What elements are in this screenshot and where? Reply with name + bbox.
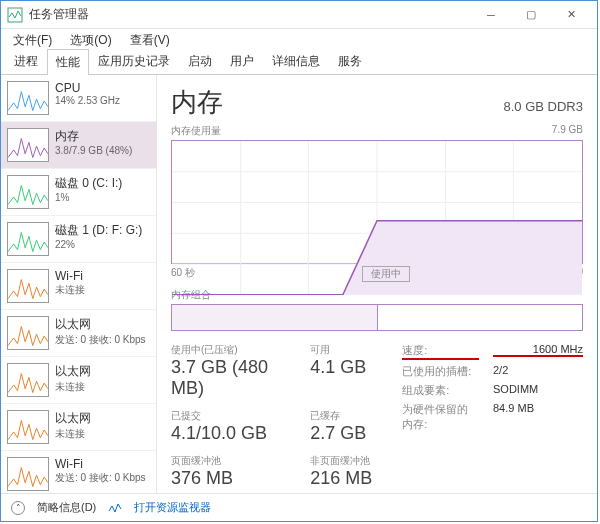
stat-label: 使用中(已压缩) <box>171 343 290 357</box>
stat-r-value: 1600 MHz <box>493 343 583 360</box>
sidebar-label: Wi-Fi <box>55 457 146 471</box>
slot-1 <box>378 305 583 330</box>
chart-ymax: 7.9 GB <box>552 124 583 138</box>
sidebar-label: 以太网 <box>55 363 91 380</box>
stat-r-label: 速度: <box>402 343 479 360</box>
thumb-icon <box>7 316 49 350</box>
sidebar-item-4[interactable]: Wi-Fi未连接 <box>1 263 156 310</box>
chevron-up-icon[interactable]: ˄ <box>11 501 25 515</box>
sidebar-sub: 发送: 0 接收: 0 Kbps <box>55 333 146 347</box>
thumb-icon <box>7 222 49 256</box>
tab-services[interactable]: 服务 <box>329 48 371 74</box>
tab-processes[interactable]: 进程 <box>5 48 47 74</box>
sidebar-item-7[interactable]: 以太网未连接 <box>1 404 156 451</box>
sidebar-sub: 发送: 0 接收: 0 Kbps <box>55 471 146 485</box>
tabbar: 进程 性能 应用历史记录 启动 用户 详细信息 服务 <box>1 51 597 75</box>
close-button[interactable]: ✕ <box>551 1 591 29</box>
tab-details[interactable]: 详细信息 <box>263 48 329 74</box>
sidebar[interactable]: CPU14% 2.53 GHz内存3.8/7.9 GB (48%)磁盘 0 (C… <box>1 75 157 493</box>
sidebar-sub: 14% 2.53 GHz <box>55 95 120 106</box>
stat-value: 376 MB <box>171 468 290 489</box>
tab-app-history[interactable]: 应用历史记录 <box>89 48 179 74</box>
stat-label: 已缓存 <box>310 409 372 423</box>
open-resmon-link[interactable]: 打开资源监视器 <box>134 500 211 515</box>
sidebar-item-1[interactable]: 内存3.8/7.9 GB (48%) <box>1 122 156 169</box>
memory-slots <box>171 304 583 331</box>
stat-value: 4.1 GB <box>310 357 372 378</box>
thumb-icon <box>7 457 49 491</box>
thumb-icon <box>7 128 49 162</box>
minimize-button[interactable]: ─ <box>471 1 511 29</box>
sidebar-item-5[interactable]: 以太网发送: 0 接收: 0 Kbps <box>1 310 156 357</box>
stat-label: 已提交 <box>171 409 290 423</box>
maximize-button[interactable]: ▢ <box>511 1 551 29</box>
thumb-icon <box>7 175 49 209</box>
sidebar-item-8[interactable]: Wi-Fi发送: 0 接收: 0 Kbps <box>1 451 156 493</box>
sidebar-label: 磁盘 0 (C: I:) <box>55 175 122 192</box>
thumb-icon <box>7 81 49 115</box>
stat-label: 页面缓冲池 <box>171 454 290 468</box>
thumb-icon <box>7 363 49 397</box>
sidebar-item-6[interactable]: 以太网未连接 <box>1 357 156 404</box>
sidebar-label: Wi-Fi <box>55 269 85 283</box>
footer: ˄ 简略信息(D) 打开资源监视器 <box>1 493 597 521</box>
slot-0 <box>172 305 378 330</box>
stat-label: 非页面缓冲池 <box>310 454 372 468</box>
chart-x-mid: 使用中 <box>362 266 410 282</box>
stat-r-label: 已使用的插槽: <box>402 364 479 379</box>
page-title: 内存 <box>171 85 223 120</box>
resmon-icon <box>108 501 122 515</box>
sidebar-sub: 未连接 <box>55 427 91 441</box>
stat-r-label: 组成要素: <box>402 383 479 398</box>
stat-value: 4.1/10.0 GB <box>171 423 290 444</box>
sidebar-item-2[interactable]: 磁盘 0 (C: I:)1% <box>1 169 156 216</box>
task-manager-window: 任务管理器 ─ ▢ ✕ 文件(F) 选项(O) 查看(V) 进程 性能 应用历史… <box>0 0 598 522</box>
sidebar-label: 以太网 <box>55 316 146 333</box>
stat-r-label: 为硬件保留的内存: <box>402 402 479 432</box>
stats: 使用中(已压缩)3.7 GB (480 MB)可用4.1 GB已提交4.1/10… <box>171 343 583 489</box>
memory-chart <box>171 140 583 264</box>
stat-value: 216 MB <box>310 468 372 489</box>
stats-left: 使用中(已压缩)3.7 GB (480 MB)可用4.1 GB已提交4.1/10… <box>171 343 372 489</box>
content: CPU14% 2.53 GHz内存3.8/7.9 GB (48%)磁盘 0 (C… <box>1 75 597 493</box>
main-panel: 内存 8.0 GB DDR3 内存使用量 7.9 GB <box>157 75 597 493</box>
stat-r-value: 84.9 MB <box>493 402 583 432</box>
sidebar-label: CPU <box>55 81 120 95</box>
sidebar-item-0[interactable]: CPU14% 2.53 GHz <box>1 75 156 122</box>
sidebar-sub: 3.8/7.9 GB (48%) <box>55 145 132 156</box>
app-icon <box>7 7 23 23</box>
capacity-label: 8.0 GB DDR3 <box>504 99 583 114</box>
sidebar-sub: 22% <box>55 239 142 250</box>
sidebar-item-3[interactable]: 磁盘 1 (D: F: G:)22% <box>1 216 156 263</box>
stats-right: 速度:1600 MHz已使用的插槽:2/2组成要素:SODIMM为硬件保留的内存… <box>402 343 583 489</box>
tab-startup[interactable]: 启动 <box>179 48 221 74</box>
sidebar-sub: 未连接 <box>55 380 91 394</box>
brief-info-button[interactable]: 简略信息(D) <box>37 500 96 515</box>
sidebar-sub: 1% <box>55 192 122 203</box>
sidebar-sub: 未连接 <box>55 283 85 297</box>
stat-r-value: 2/2 <box>493 364 583 379</box>
stat-label: 可用 <box>310 343 372 357</box>
stat-r-value: SODIMM <box>493 383 583 398</box>
stat-value: 3.7 GB (480 MB) <box>171 357 290 399</box>
thumb-icon <box>7 269 49 303</box>
tab-users[interactable]: 用户 <box>221 48 263 74</box>
tab-performance[interactable]: 性能 <box>47 49 89 75</box>
sidebar-label: 磁盘 1 (D: F: G:) <box>55 222 142 239</box>
sidebar-label: 以太网 <box>55 410 91 427</box>
stat-value: 2.7 GB <box>310 423 372 444</box>
titlebar: 任务管理器 ─ ▢ ✕ <box>1 1 597 29</box>
thumb-icon <box>7 410 49 444</box>
chart-usage-label: 内存使用量 <box>171 124 221 138</box>
window-title: 任务管理器 <box>29 6 471 23</box>
sidebar-label: 内存 <box>55 128 132 145</box>
